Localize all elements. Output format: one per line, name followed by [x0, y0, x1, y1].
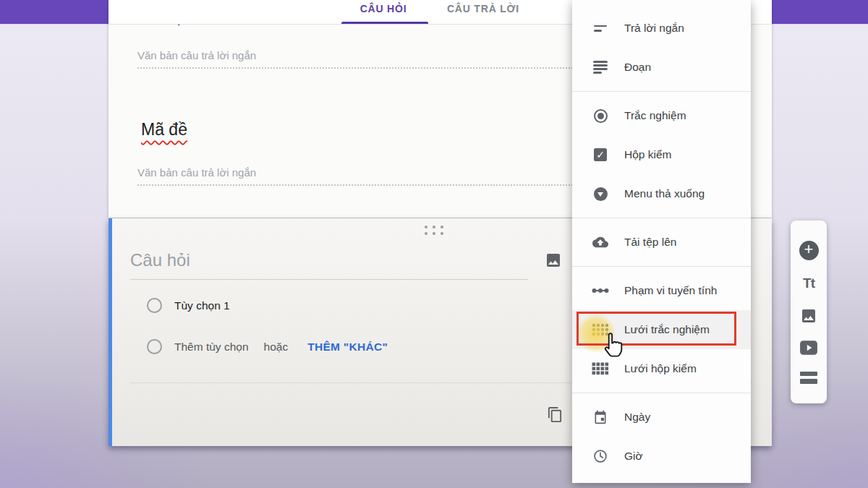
- short-answer-icon: [591, 25, 610, 32]
- short-answer-field-2[interactable]: Văn bản câu trả lời ngắn: [137, 166, 593, 186]
- menu-divider: [572, 393, 751, 393]
- google-forms-editor: Lớp CÂU HỎI CÂU TRẢ LỜI Văn bản câu trả …: [0, 0, 868, 488]
- menu-divider: [572, 91, 751, 92]
- radio-option-1[interactable]: [147, 298, 162, 313]
- option-row-add: Thêm tùy chọn hoặc THÊM "KHÁC": [147, 339, 388, 354]
- option-row-1: Tùy chọn 1: [147, 298, 230, 313]
- option-1-label[interactable]: Tùy chọn 1: [174, 299, 230, 312]
- add-video-button[interactable]: [799, 340, 818, 356]
- multiple-choice-grid-icon: [591, 323, 610, 336]
- video-play-icon: [799, 340, 818, 356]
- short-answer-field-1[interactable]: Văn bản câu trả lời ngắn: [137, 49, 593, 69]
- add-question-button[interactable]: +: [799, 241, 819, 260]
- checkbox-icon: ✓: [591, 148, 610, 161]
- radio-add-option: [147, 339, 162, 354]
- menu-divider: [572, 218, 751, 218]
- question-type-menu: Trả lời ngắn Đoạn Trắc nghiệm ✓ Hộp kiểm: [572, 0, 751, 483]
- form-side-toolbar: + Tt: [791, 221, 827, 403]
- clock-icon: [591, 449, 610, 463]
- multiple-choice-icon: [591, 109, 610, 123]
- linear-scale-icon: [591, 286, 610, 295]
- add-option-label[interactable]: Thêm tùy chọn: [174, 341, 249, 354]
- tab-responses[interactable]: CÂU TRẢ LỜI: [433, 3, 534, 14]
- text-title-icon: Tt: [803, 275, 814, 291]
- image-icon: [545, 252, 562, 269]
- image-icon: [800, 307, 817, 325]
- menu-item-paragraph[interactable]: Đoạn: [572, 48, 751, 87]
- drag-handle-icon[interactable]: [425, 226, 443, 235]
- cloud-upload-icon: [591, 234, 610, 250]
- dropdown-circle-icon: [591, 187, 610, 201]
- menu-item-checkbox-grid[interactable]: Lưới hộp kiểm: [572, 349, 751, 388]
- active-tab-indicator: [341, 22, 428, 24]
- menu-item-multiple-choice[interactable]: Trắc nghiệm: [572, 96, 751, 135]
- section-bars-icon: [800, 372, 817, 384]
- menu-item-date[interactable]: Ngày: [572, 398, 751, 437]
- menu-item-checkboxes[interactable]: ✓ Hộp kiểm: [572, 135, 751, 174]
- menu-item-short-answer[interactable]: Trả lời ngắn: [572, 9, 751, 48]
- menu-item-time[interactable]: Giờ: [572, 437, 751, 476]
- add-image-button[interactable]: [800, 307, 817, 325]
- menu-divider: [572, 266, 751, 267]
- menu-item-multiple-choice-grid[interactable]: Lưới trắc nghiệm: [572, 310, 751, 349]
- checkbox-grid-icon: [591, 362, 610, 375]
- menu-item-file-upload[interactable]: Tải tệp lên: [572, 223, 751, 262]
- tab-questions[interactable]: CÂU HỎI: [347, 3, 420, 14]
- paragraph-icon: [591, 61, 610, 74]
- duplicate-question-button[interactable]: [547, 406, 563, 426]
- or-label: hoặc: [264, 341, 289, 354]
- add-section-button[interactable]: [800, 372, 817, 384]
- add-other-link[interactable]: THÊM "KHÁC": [307, 341, 388, 354]
- question-title-ma-de[interactable]: Mã đề: [141, 120, 187, 140]
- plus-circle-icon: +: [799, 241, 819, 260]
- menu-item-linear-scale[interactable]: Phạm vi tuyến tính: [572, 271, 751, 310]
- add-image-to-question-button[interactable]: [545, 252, 562, 272]
- calendar-icon: [591, 410, 610, 424]
- add-title-description-button[interactable]: Tt: [803, 275, 814, 291]
- copy-icon: [547, 406, 563, 423]
- menu-item-dropdown[interactable]: Menu thả xuống: [572, 174, 751, 213]
- question-title-input[interactable]: Câu hỏi: [130, 250, 528, 280]
